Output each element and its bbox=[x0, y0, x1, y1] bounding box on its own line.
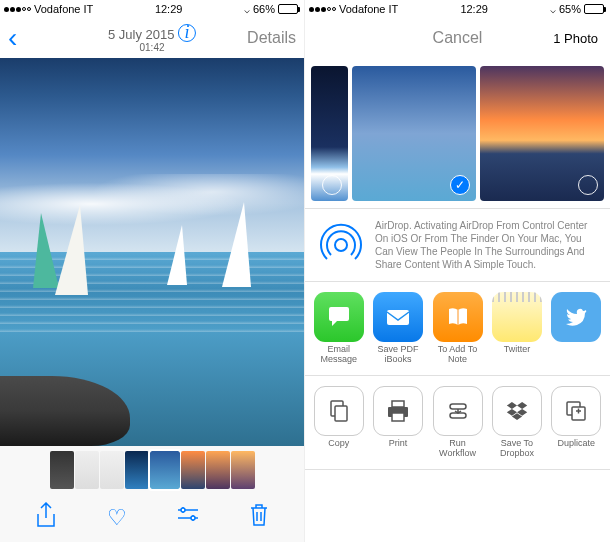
battery-icon bbox=[584, 4, 606, 14]
battery-pct: 66% bbox=[253, 3, 275, 15]
action-label: Save To Dropbox bbox=[489, 439, 544, 459]
status-time: 12:29 bbox=[460, 3, 488, 15]
action-extensions-row[interactable]: Copy Print Run Workflow Save To Dropbox … bbox=[305, 376, 610, 470]
dropbox-icon bbox=[492, 386, 542, 436]
battery-icon bbox=[278, 4, 300, 14]
share-thumbnail[interactable] bbox=[480, 66, 604, 201]
airdrop-icon bbox=[319, 223, 363, 267]
share-nav-bar: Cancel 1 Photo bbox=[305, 18, 610, 58]
svg-rect-10 bbox=[450, 404, 466, 409]
info-icon[interactable]: i bbox=[178, 24, 196, 42]
copy-button[interactable]: Copy bbox=[311, 386, 366, 459]
signal-icon bbox=[309, 7, 336, 12]
checkmark-icon: ✓ bbox=[450, 175, 470, 195]
nav-title: 5 July 2015 i 01:42 bbox=[108, 24, 196, 53]
duplicate-icon bbox=[551, 386, 601, 436]
status-bar: Vodafone IT 12:29 ⌵ 65% bbox=[305, 0, 610, 18]
workflow-button[interactable]: Run Workflow bbox=[430, 386, 485, 459]
back-button[interactable]: ‹ bbox=[8, 22, 17, 54]
photo-detail-screen: Vodafone IT 12:29 ⌵ 66% ‹ 5 July 2015 i … bbox=[0, 0, 305, 542]
share-notes-button[interactable]: Twitter bbox=[489, 292, 544, 365]
mail-icon bbox=[373, 292, 423, 342]
bluetooth-icon: ⌵ bbox=[550, 4, 556, 15]
svg-rect-9 bbox=[392, 413, 404, 421]
airdrop-row[interactable]: AirDrop. Activating AirDrop From Control… bbox=[305, 208, 610, 282]
twitter-icon bbox=[551, 292, 601, 342]
photo-date: 5 July 2015 i bbox=[108, 24, 196, 42]
share-ibooks-button[interactable]: To Add To Note bbox=[430, 292, 485, 365]
photo-time: 01:42 bbox=[108, 42, 196, 53]
ibooks-icon bbox=[433, 292, 483, 342]
thumbnail[interactable] bbox=[231, 451, 255, 489]
thumbnail-strip[interactable] bbox=[0, 446, 304, 494]
action-label: Duplicate bbox=[558, 439, 596, 449]
delete-button[interactable] bbox=[244, 503, 274, 533]
battery-pct: 65% bbox=[559, 3, 581, 15]
carrier-label: Vodafone IT bbox=[34, 3, 93, 15]
workflow-icon bbox=[433, 386, 483, 436]
share-label: Save PDF iBooks bbox=[370, 345, 425, 365]
details-button[interactable]: Details bbox=[247, 29, 296, 47]
thumbnail[interactable] bbox=[75, 451, 99, 489]
print-button[interactable]: Print bbox=[370, 386, 425, 459]
thumbnail[interactable] bbox=[181, 451, 205, 489]
copy-icon bbox=[314, 386, 364, 436]
duplicate-button[interactable]: Duplicate bbox=[549, 386, 604, 459]
dropbox-button[interactable]: Save To Dropbox bbox=[489, 386, 544, 459]
thumbnail[interactable] bbox=[125, 451, 149, 489]
bottom-toolbar: ♡ bbox=[0, 494, 304, 542]
svg-point-0 bbox=[181, 508, 185, 512]
carrier-label: Vodafone IT bbox=[339, 3, 398, 15]
signal-icon bbox=[4, 7, 31, 12]
share-message-button[interactable]: Email Message bbox=[311, 292, 366, 365]
share-button[interactable] bbox=[31, 502, 61, 534]
photo-viewer[interactable] bbox=[0, 58, 304, 446]
airdrop-description: AirDrop. Activating AirDrop From Control… bbox=[375, 219, 596, 271]
share-label: To Add To Note bbox=[430, 345, 485, 365]
share-twitter-button[interactable] bbox=[549, 292, 604, 365]
share-mail-button[interactable]: Save PDF iBooks bbox=[370, 292, 425, 365]
nav-bar: ‹ 5 July 2015 i 01:42 Details bbox=[0, 18, 304, 58]
cancel-button[interactable]: Cancel bbox=[433, 29, 483, 47]
selection-count: 1 Photo bbox=[553, 31, 598, 46]
select-circle-icon[interactable] bbox=[578, 175, 598, 195]
notes-icon bbox=[492, 292, 542, 342]
share-apps-row[interactable]: Email Message Save PDF iBooks To Add To … bbox=[305, 282, 610, 376]
favorite-button[interactable]: ♡ bbox=[102, 505, 132, 531]
message-icon bbox=[314, 292, 364, 342]
svg-point-2 bbox=[335, 239, 347, 251]
print-icon bbox=[373, 386, 423, 436]
thumbnail[interactable] bbox=[100, 451, 124, 489]
share-label: Email Message bbox=[311, 345, 366, 365]
share-label: Twitter bbox=[504, 345, 531, 355]
bluetooth-icon: ⌵ bbox=[244, 4, 250, 15]
status-bar: Vodafone IT 12:29 ⌵ 66% bbox=[0, 0, 304, 18]
select-circle-icon[interactable] bbox=[322, 175, 342, 195]
thumbnail[interactable] bbox=[50, 451, 74, 489]
action-label: Run Workflow bbox=[430, 439, 485, 459]
share-photo-picker[interactable]: ✓ bbox=[305, 58, 610, 208]
share-thumbnail-selected[interactable]: ✓ bbox=[352, 66, 476, 201]
thumbnail-current[interactable] bbox=[150, 451, 180, 489]
svg-point-1 bbox=[191, 516, 195, 520]
svg-rect-7 bbox=[392, 401, 404, 407]
action-label: Print bbox=[389, 439, 408, 449]
status-time: 12:29 bbox=[155, 3, 183, 15]
action-label: Copy bbox=[328, 439, 349, 449]
share-thumbnail[interactable] bbox=[311, 66, 348, 201]
svg-rect-3 bbox=[387, 310, 409, 325]
edit-button[interactable] bbox=[173, 505, 203, 531]
svg-rect-6 bbox=[335, 406, 347, 421]
share-sheet-screen: Vodafone IT 12:29 ⌵ 65% Cancel 1 Photo ✓… bbox=[305, 0, 610, 542]
thumbnail[interactable] bbox=[206, 451, 230, 489]
